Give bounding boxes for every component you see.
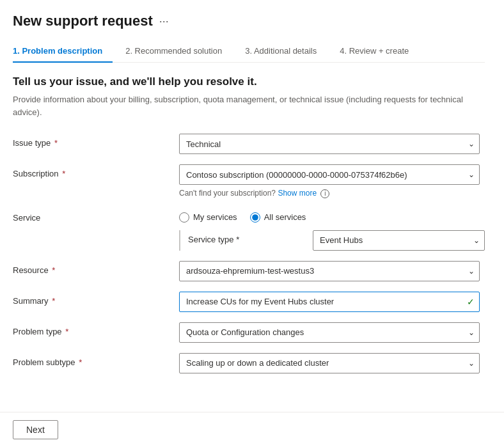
service-row: Service My services All services Service…	[13, 208, 485, 251]
show-more-link[interactable]: Show more	[278, 189, 317, 198]
page-footer: Next	[0, 412, 504, 447]
problem-subtype-select[interactable]: Scaling up or down a dedicated cluster	[179, 353, 480, 373]
all-services-option[interactable]: All services	[250, 212, 306, 223]
problem-type-control: Quota or Configuration changes ⌄	[179, 322, 485, 343]
summary-row: Summary * Increase CUs for my Event Hubs…	[13, 292, 485, 312]
form-header-desc: Provide information about your billing, …	[13, 93, 485, 118]
ellipsis-menu-icon[interactable]: ···	[159, 15, 169, 28]
step-4[interactable]: 4. Review + create	[340, 41, 419, 62]
subscription-required: *	[60, 169, 66, 178]
problem-type-required: *	[63, 327, 69, 336]
service-radio-group: My services All services	[179, 208, 485, 223]
summary-required: *	[50, 296, 56, 306]
service-indent: Service type * Event Hubs ⌄	[179, 230, 485, 251]
subscription-label: Subscription *	[13, 164, 179, 178]
service-type-control: Event Hubs ⌄	[313, 230, 485, 251]
issue-type-row: Issue type * Technical Billing Quota ⌄	[13, 134, 485, 154]
subscription-hint: Can't find your subscription? Show more …	[179, 189, 485, 198]
problem-subtype-row: Problem subtype * Scaling up or down a d…	[13, 353, 485, 373]
issue-type-label: Issue type *	[13, 134, 179, 148]
resource-label: Resource *	[13, 261, 179, 275]
subscription-row: Subscription * Contoso subscription (000…	[13, 164, 485, 198]
service-control: My services All services Service type *	[179, 208, 485, 251]
summary-label: Summary *	[13, 292, 179, 306]
summary-control: Increase CUs for my Event Hubs cluster ✓	[179, 292, 485, 312]
step-1[interactable]: 1. Problem description	[13, 41, 113, 62]
all-services-label: All services	[264, 212, 306, 222]
problem-type-dropdown-wrapper: Quota or Configuration changes ⌄	[179, 322, 480, 343]
problem-type-row: Problem type * Quota or Configuration ch…	[13, 322, 485, 343]
service-type-label: Service type *	[188, 230, 313, 244]
next-button[interactable]: Next	[13, 420, 58, 439]
all-services-radio[interactable]	[250, 212, 260, 223]
service-type-required: *	[234, 235, 240, 244]
problem-subtype-control: Scaling up or down a dedicated cluster ⌄	[179, 353, 485, 373]
form-header-title: Tell us your issue, and we'll help you r…	[13, 75, 485, 88]
resource-control: ardsouza-ehpremium-test-westus3 ⌄	[179, 261, 485, 281]
my-services-radio[interactable]	[179, 212, 189, 223]
issue-type-select[interactable]: Technical Billing Quota	[179, 134, 480, 154]
subscription-control: Contoso subscription (00000000-0000-0000…	[179, 164, 485, 198]
step-2[interactable]: 2. Recommended solution	[125, 41, 232, 62]
service-type-row: Service type * Event Hubs ⌄	[188, 230, 485, 251]
problem-type-label: Problem type *	[13, 322, 179, 336]
problem-type-select[interactable]: Quota or Configuration changes	[179, 322, 480, 343]
service-type-dropdown-wrapper: Event Hubs ⌄	[313, 230, 485, 251]
problem-subtype-dropdown-wrapper: Scaling up or down a dedicated cluster ⌄	[179, 353, 480, 373]
resource-required: *	[50, 265, 56, 275]
issue-type-dropdown-wrapper: Technical Billing Quota ⌄	[179, 134, 480, 154]
service-label: Service	[13, 208, 179, 223]
resource-dropdown-wrapper: ardsouza-ehpremium-test-westus3 ⌄	[179, 261, 480, 281]
problem-subtype-required: *	[77, 357, 83, 367]
resource-row: Resource * ardsouza-ehpremium-test-westu…	[13, 261, 485, 281]
step-3[interactable]: 3. Additional details	[245, 41, 327, 62]
resource-select[interactable]: ardsouza-ehpremium-test-westus3	[179, 261, 480, 281]
summary-select[interactable]: Increase CUs for my Event Hubs cluster	[179, 292, 480, 312]
summary-dropdown-wrapper: Increase CUs for my Event Hubs cluster ✓	[179, 292, 480, 312]
problem-subtype-label: Problem subtype *	[13, 353, 179, 367]
issue-type-required: *	[52, 138, 58, 148]
subscription-dropdown-wrapper: Contoso subscription (00000000-0000-0000…	[179, 164, 480, 185]
page-title: New support request	[13, 13, 153, 29]
issue-type-control: Technical Billing Quota ⌄	[179, 134, 485, 154]
steps-nav: 1. Problem description 2. Recommended so…	[13, 41, 485, 63]
service-type-select[interactable]: Event Hubs	[313, 230, 485, 251]
my-services-option[interactable]: My services	[179, 212, 237, 223]
subscription-select[interactable]: Contoso subscription (00000000-0000-0000…	[179, 164, 480, 185]
info-icon[interactable]: i	[320, 189, 329, 198]
my-services-label: My services	[193, 212, 237, 222]
